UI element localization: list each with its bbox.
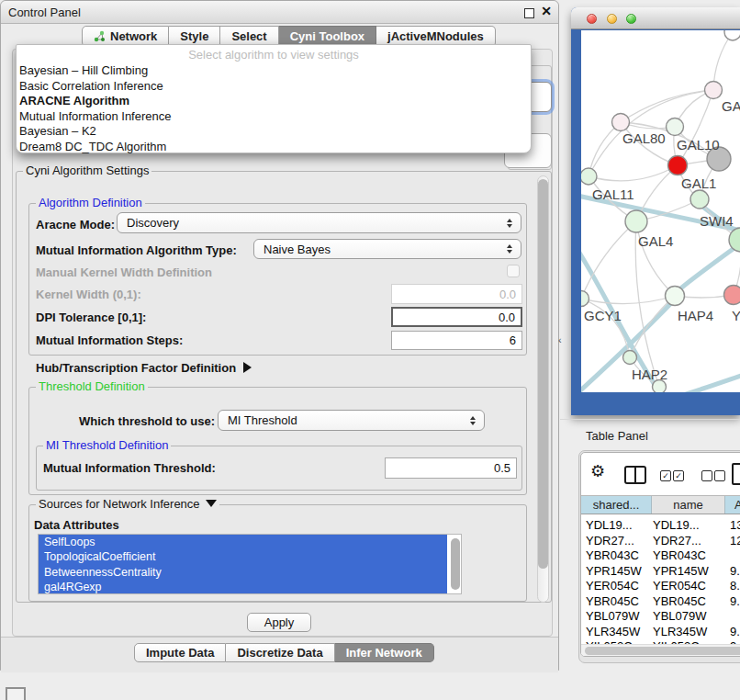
hub-definition-expander[interactable]: Hub/Transcription Factor Definition	[36, 361, 252, 375]
algorithm-option-bayesian-hill-climbing[interactable]: Bayesian – Hill Climbing	[19, 63, 528, 79]
table-row[interactable]: YBR043CYBR043C	[581, 548, 740, 564]
kernel-width-value: 0.0	[499, 288, 516, 301]
table-row[interactable]: YBL079WYBL079W	[581, 609, 740, 625]
column-header-shared[interactable]: shared...	[581, 496, 652, 514]
table-cell	[726, 548, 740, 564]
algorithm-definition-title: Algorithm Definition	[36, 197, 145, 209]
columns-icon[interactable]	[624, 466, 646, 484]
tab-label: Network	[110, 29, 157, 43]
network-node[interactable]	[724, 286, 740, 305]
apply-button[interactable]: Apply	[247, 613, 311, 632]
network-node[interactable]	[625, 210, 647, 232]
network-view-window: GALGAL80GAL10GAL1GAL11SWI4GAL4HAP4YGCY1H…	[571, 7, 740, 415]
table-row[interactable]: YLR345WYLR345W9.	[581, 625, 740, 640]
aracne-mode-label: Aracne Mode:	[36, 218, 115, 231]
table-cell: YBR045C	[581, 594, 648, 610]
kernel-width-field[interactable]: 0.0	[391, 284, 522, 304]
network-node[interactable]	[612, 114, 630, 131]
network-canvas[interactable]: GALGAL80GAL10GAL1GAL11SWI4GAL4HAP4YGCY1H…	[581, 30, 740, 392]
table-cell: 8.	[726, 579, 740, 594]
table-row[interactable]: YPR145WYPR145W9.	[581, 564, 740, 580]
unchecked-box-icon[interactable]	[701, 470, 712, 481]
table-panel-header: Table Panel	[560, 419, 740, 453]
network-edge	[581, 296, 675, 304]
splitpane-collapse-icon[interactable]: ‹	[558, 334, 562, 345]
table-row[interactable]: YBR045CYBR045C9.	[581, 594, 740, 610]
table-row[interactable]: YDR27...YDR27...12	[581, 534, 740, 549]
table-cell: 9.	[726, 625, 740, 640]
node-table-window: ⚙ ✓ ✓ shared...nameA YDL19...YDL19...13Y…	[580, 452, 740, 657]
dpi-tolerance-field[interactable]: 0.0	[391, 307, 522, 327]
attribute-item-selfloops[interactable]: SelfLoops	[39, 535, 447, 549]
float-window-icon[interactable]	[524, 8, 534, 18]
expanded-arrow-icon	[206, 500, 217, 507]
network-node[interactable]	[668, 156, 688, 175]
mi-threshold-field[interactable]: 0.5	[385, 457, 517, 479]
tab-infer-network[interactable]: Infer Network	[335, 643, 434, 662]
attribute-item-topologicalcoefficient[interactable]: TopologicalCoefficient	[39, 549, 447, 564]
close-icon[interactable]: ✕	[541, 4, 552, 18]
which-threshold-combobox[interactable]: MI Threshold	[218, 410, 485, 431]
manual-kernel-checkbox[interactable]	[507, 265, 520, 277]
tab-discretize-data[interactable]: Discretize Data	[226, 643, 334, 662]
aracne-mode-value: Discovery	[127, 216, 179, 230]
node-label: HAP2	[632, 367, 667, 382]
table-cell: YBL079W	[581, 609, 648, 625]
algorithm-option-aracne-algorithm[interactable]: ARACNE Algorithm	[19, 94, 528, 109]
mi-steps-field[interactable]: 6	[391, 331, 522, 350]
algorithm-option-mutual-information-inference[interactable]: Mutual Information Inference	[19, 109, 528, 125]
network-node[interactable]	[667, 119, 684, 136]
settings-scrollbar-thumb[interactable]	[538, 179, 548, 569]
network-window-titlebar	[571, 7, 740, 29]
checked-box-icon[interactable]: ✓	[673, 470, 684, 481]
aracne-mode-combobox[interactable]: Discovery	[117, 212, 521, 233]
checked-box-icon[interactable]: ✓	[660, 470, 671, 481]
column-header-a[interactable]: A	[725, 496, 740, 514]
dpi-tolerance-value: 0.0	[499, 310, 515, 324]
sources-title[interactable]: Sources for Network Inference	[36, 498, 219, 511]
table-row[interactable]: YER054CYER054C8.	[581, 579, 740, 594]
document-icon[interactable]	[732, 463, 740, 485]
node-label: GAL10	[677, 137, 720, 152]
algorithm-option-basic-correlation-inference[interactable]: Basic Correlation Inference	[19, 79, 528, 95]
network-edge	[621, 90, 713, 122]
table-cell: YLR345W	[648, 625, 726, 640]
control-panel-title: Control Panel	[8, 1, 81, 24]
table-cell: YBR045C	[648, 594, 726, 610]
node-label: Y	[732, 308, 740, 323]
node-label: GAL1	[681, 175, 716, 191]
table-cell: YPR145W	[581, 564, 648, 580]
gear-icon[interactable]: ⚙	[590, 461, 605, 481]
network-node[interactable]	[623, 351, 637, 365]
attribute-item-betweennesscentrality[interactable]: BetweennessCentrality	[39, 565, 447, 580]
table-cell: YDL19...	[581, 518, 648, 534]
collapsed-arrow-icon	[243, 362, 252, 373]
close-traffic-light[interactable]	[587, 14, 597, 24]
zoom-traffic-light[interactable]	[626, 14, 636, 24]
network-node[interactable]	[666, 287, 685, 306]
mi-type-label: Mutual Information Algorithm Type:	[36, 243, 237, 257]
table-horizontal-scrollbar[interactable]	[581, 644, 740, 657]
network-node[interactable]	[581, 168, 597, 185]
column-header-name[interactable]: name	[652, 496, 725, 514]
cyni-settings-title: Cyni Algorithm Settings	[23, 164, 151, 177]
table-row[interactable]: YDL19...YDL19...13	[581, 518, 740, 534]
minimized-panel-icon[interactable]	[6, 687, 26, 700]
table-cell: YPR145W	[648, 564, 726, 580]
network-node[interactable]	[705, 82, 723, 99]
algorithm-option-bayesian-k2[interactable]: Bayesian – K2	[19, 124, 528, 140]
mi-type-combobox[interactable]: Naive Bayes	[253, 239, 521, 259]
control-panel-titlebar: Control Panel ✕	[1, 1, 558, 24]
node-label: GCY1	[584, 308, 622, 323]
network-node[interactable]	[581, 291, 589, 307]
tab-impute-data[interactable]: Impute Data	[134, 643, 226, 662]
network-node[interactable]	[724, 30, 740, 40]
attribute-item-gal4rgexp[interactable]: gal4RGexp	[39, 580, 447, 594]
table-cell: 9.	[726, 594, 740, 610]
table-toolbar: ⚙ ✓ ✓	[581, 453, 740, 493]
attributes-scrollbar[interactable]	[451, 538, 460, 590]
network-node[interactable]	[690, 190, 709, 209]
minimize-traffic-light[interactable]	[607, 14, 617, 24]
unchecked-box-icon[interactable]	[714, 470, 725, 481]
algorithm-option-dream8-dc-tdc-algorithm[interactable]: Dream8 DC_TDC Algorithm	[19, 140, 528, 155]
